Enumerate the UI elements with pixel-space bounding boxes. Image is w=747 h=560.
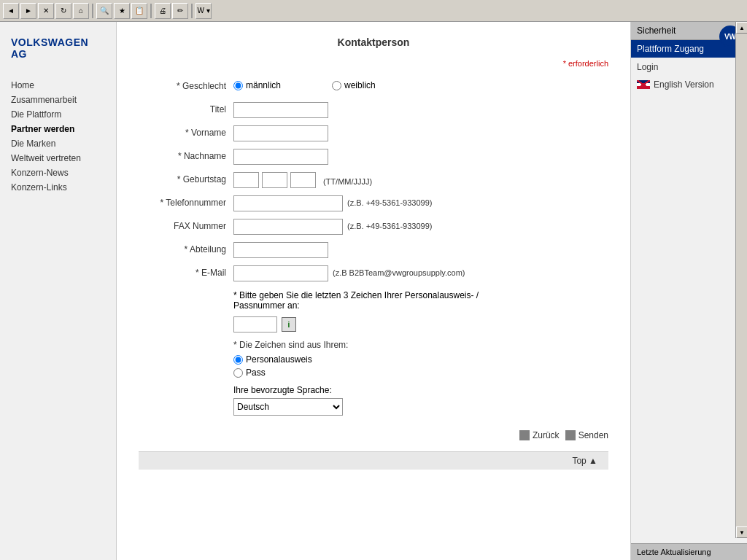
fax-row: FAX Nummer (z.B. +49-5361-933099)	[139, 219, 608, 236]
email-hint: (z.B B2BTeam@vwgroupsupply.com)	[328, 265, 465, 277]
right-scrollbar: ▲ ▼	[735, 22, 747, 538]
maennlich-option[interactable]: männlich	[233, 80, 281, 90]
english-version-link[interactable]: English Version	[654, 79, 714, 90]
fax-label: FAX Nummer	[139, 219, 233, 231]
geburtstag-year[interactable]	[290, 172, 316, 188]
personalausweis-radio[interactable]	[233, 355, 243, 365]
form-buttons: Zurück Senden	[139, 430, 608, 440]
sprache-select[interactable]: Deutsch English	[233, 398, 343, 416]
pass-option[interactable]: Pass	[233, 368, 608, 378]
scrollbar-up-btn[interactable]: ▲	[736, 22, 747, 34]
content-area: Kontaktperson * erforderlich * Geschlech…	[117, 22, 630, 560]
history-button[interactable]: 📋	[131, 3, 147, 19]
stop-button[interactable]: ✕	[38, 3, 54, 19]
vorname-input[interactable]	[233, 125, 328, 141]
passid-spacer	[139, 290, 233, 292]
weiblich-option[interactable]: weiblich	[332, 80, 376, 90]
separator3	[191, 4, 193, 18]
search-button[interactable]: 🔍	[96, 3, 112, 19]
telefon-input[interactable]	[233, 195, 343, 211]
pass-radio[interactable]	[233, 368, 243, 378]
titel-row: Titel	[139, 102, 608, 120]
email-row: * E-Mail (z.B B2BTeam@vwgroupsupply.com)	[139, 265, 608, 283]
titel-label: Titel	[139, 102, 233, 114]
sidebar-nav: Home Zusammenarbeit Die Plattform Partne…	[0, 71, 116, 202]
weiblich-label: weiblich	[344, 80, 376, 90]
geburtstag-row: * Geburtstag (TT/MM/JJJJ)	[139, 172, 608, 190]
zurueck-button[interactable]: Zurück	[519, 430, 560, 440]
sidebar-item-weltweit[interactable]: Weltweit vertreten	[0, 151, 116, 166]
sprache-section: Ihre bevorzugte Sprache: Deutsch English	[233, 385, 608, 416]
abteilung-input[interactable]	[233, 242, 328, 258]
senden-icon	[565, 430, 576, 440]
weiblich-radio[interactable]	[332, 81, 341, 90]
telefon-row: * Telefonnummer (z.B. +49-5361-933099)	[139, 195, 608, 213]
geburtstag-hint: (TT/MM/JJJJ)	[319, 174, 372, 186]
zeichen-label: * Die Zeichen sind aus Ihrem:	[233, 340, 608, 350]
required-note: * erforderlich	[139, 59, 608, 68]
last-update-footer: Letzte Aktualisierung	[631, 543, 747, 560]
forward-button[interactable]: ►	[20, 3, 36, 19]
nachname-label: * Nachname	[139, 149, 233, 161]
refresh-button[interactable]: ↻	[55, 3, 71, 19]
english-version-row: English Version	[631, 77, 747, 93]
zurueck-icon	[519, 430, 530, 440]
geburtstag-month[interactable]	[262, 172, 287, 188]
home-button[interactable]: ⌂	[73, 3, 89, 19]
email-label: * E-Mail	[139, 265, 233, 278]
sidebar-item-home[interactable]: Home	[0, 78, 116, 93]
separator2	[150, 4, 152, 18]
passid-hint-text: * Bitte geben Sie die letzten 3 Zeichen …	[233, 290, 511, 311]
back-button[interactable]: ◄	[3, 3, 19, 19]
zeichen-radio-group: Personalausweis Pass	[233, 354, 608, 378]
right-panel: VW Sicherheit Plattform Zugang Login Eng…	[630, 22, 747, 560]
senden-label: Senden	[578, 430, 608, 440]
sidebar-item-plattform[interactable]: Die Plattform	[0, 107, 116, 122]
scrollbar-track[interactable]	[736, 34, 747, 526]
sprache-label: Ihre bevorzugte Sprache:	[233, 385, 608, 395]
geburtstag-inputs: (TT/MM/JJJJ)	[233, 172, 372, 188]
telefon-hint: (z.B. +49-5361-933099)	[343, 195, 433, 207]
tools-dropdown[interactable]: W ▾	[196, 3, 212, 19]
geburtstag-label: * Geburtstag	[139, 172, 233, 184]
vorname-row: * Vorname	[139, 125, 608, 143]
scrollbar-down-btn[interactable]: ▼	[736, 526, 747, 538]
passid-input-row: i	[233, 316, 608, 332]
info-button[interactable]: i	[282, 317, 296, 332]
sidebar-item-partner[interactable]: Partner werden	[0, 122, 116, 136]
separator	[92, 4, 93, 18]
vorname-label: * Vorname	[139, 125, 233, 138]
uk-flag-icon	[637, 80, 650, 89]
personalausweis-label: Personalausweis	[246, 354, 312, 365]
print-button[interactable]: 🖨	[155, 3, 171, 19]
page-title: Kontaktperson	[139, 36, 608, 48]
edit-button[interactable]: ✏	[172, 3, 188, 19]
sidebar-item-links[interactable]: Konzern-Links	[0, 180, 116, 195]
top-link[interactable]: Top ▲	[139, 451, 608, 470]
email-input[interactable]	[233, 265, 328, 281]
titel-input[interactable]	[233, 102, 328, 118]
geschlecht-radio-group: männlich weiblich	[233, 79, 376, 90]
sidebar-item-news[interactable]: Konzern-News	[0, 166, 116, 180]
passid-hint-row: * Bitte geben Sie die letzten 3 Zeichen …	[139, 290, 608, 311]
telefon-label: * Telefonnummer	[139, 195, 233, 208]
fax-hint: (z.B. +49-5361-933099)	[343, 219, 433, 230]
geschlecht-row: * Geschlecht männlich weiblich	[139, 79, 608, 96]
browser-toolbar: ◄ ► ✕ ↻ ⌂ 🔍 ★ 📋 🖨 ✏ W ▾	[0, 0, 747, 22]
sidebar-item-marken[interactable]: Die Marken	[0, 136, 116, 151]
abteilung-row: * Abteilung	[139, 242, 608, 260]
geschlecht-label: * Geschlecht	[139, 79, 233, 91]
sidebar-item-zusammenarbeit[interactable]: Zusammenarbeit	[0, 93, 116, 107]
maennlich-radio[interactable]	[233, 81, 243, 90]
senden-button[interactable]: Senden	[565, 430, 608, 440]
passid-input[interactable]	[233, 316, 277, 332]
favorites-button[interactable]: ★	[114, 3, 130, 19]
personalausweis-option[interactable]: Personalausweis	[233, 354, 608, 365]
login-link[interactable]: Login	[631, 58, 747, 77]
maennlich-label: männlich	[246, 80, 281, 90]
fax-input[interactable]	[233, 219, 343, 235]
geburtstag-day[interactable]	[233, 172, 259, 188]
nachname-input[interactable]	[233, 149, 328, 165]
main-layout: VOLKSWAGEN AG Home Zusammenarbeit Die Pl…	[0, 22, 747, 560]
sidebar: VOLKSWAGEN AG Home Zusammenarbeit Die Pl…	[0, 22, 117, 560]
